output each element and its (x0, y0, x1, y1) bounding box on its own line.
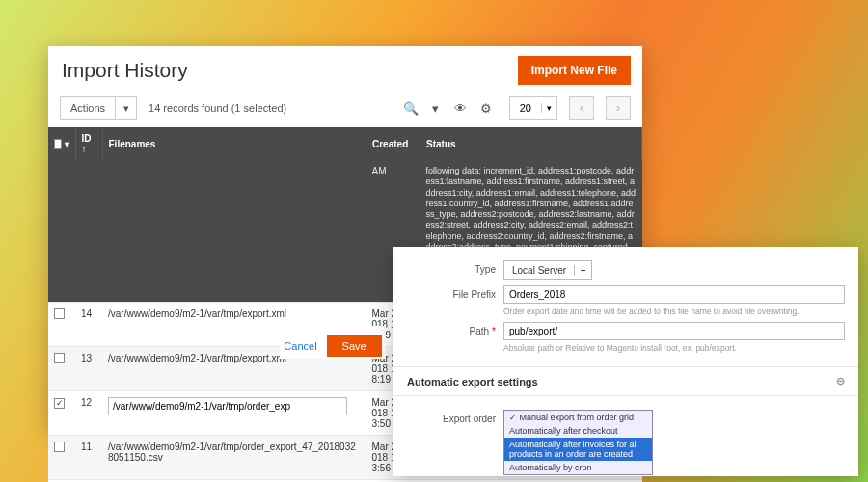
export-order-label: Export order (407, 410, 503, 424)
row-checkbox[interactable] (54, 308, 65, 319)
page-size-select[interactable]: 20▾ (509, 96, 557, 120)
eye-icon[interactable]: 👁 (451, 98, 471, 118)
type-dropdown[interactable]: Local Server+ (503, 260, 592, 280)
select-option[interactable]: Automatically by cron (504, 461, 652, 474)
plus-icon: + (574, 265, 591, 276)
save-button[interactable]: Save (327, 335, 382, 357)
type-label: Type (407, 260, 503, 275)
col-select-all[interactable]: ▾ (48, 127, 75, 160)
search-icon[interactable]: 🔍 (401, 98, 420, 118)
chevron-down-icon: ▾ (115, 97, 136, 119)
row-checkbox[interactable] (54, 353, 65, 363)
filter-icon[interactable]: ▾ (426, 98, 446, 118)
select-option[interactable]: Automatically after checkout (504, 424, 652, 438)
col-created[interactable]: Created (366, 127, 420, 160)
gear-icon[interactable]: ⚙ (476, 98, 496, 118)
cancel-button[interactable]: Cancel (284, 335, 316, 357)
pager-prev-button[interactable]: ‹ (569, 96, 594, 120)
export-order-select[interactable]: Manual export from order grid Automatica… (503, 410, 653, 475)
col-id[interactable]: ID ↑ (75, 127, 102, 160)
pager-next-button[interactable]: › (606, 96, 631, 120)
row-checkbox[interactable] (54, 398, 65, 409)
select-option[interactable]: Automatically after invoices for all pro… (504, 438, 652, 461)
select-option[interactable]: Manual export from order grid (504, 411, 652, 424)
actions-dropdown[interactable]: Actions ▾ (60, 96, 137, 120)
path-input[interactable] (503, 322, 845, 340)
filename-input[interactable] (108, 397, 347, 415)
inline-edit-actions: Cancel Save (280, 326, 386, 359)
records-found-label: 14 records found (1 selected) (149, 102, 286, 114)
row-checkbox[interactable] (54, 442, 65, 452)
section-auto-export[interactable]: Automatic export settings ⊝ (393, 367, 858, 396)
file-prefix-input[interactable] (503, 285, 845, 304)
export-settings-panel: Type Local Server+ File Prefix Order exp… (393, 247, 858, 476)
collapse-icon: ⊝ (836, 375, 845, 388)
col-filenames[interactable]: Filenames (102, 127, 366, 160)
file-prefix-label: File Prefix (407, 285, 503, 300)
path-label: Path* (407, 322, 503, 336)
col-status[interactable]: Status (420, 127, 642, 160)
import-new-file-button[interactable]: Import New File (518, 56, 631, 85)
file-prefix-hint: Order export date and time will be added… (503, 307, 845, 316)
grid-toolbar: Actions ▾ 14 records found (1 selected) … (48, 93, 642, 127)
path-hint: Absolute path or Relative to Magento ins… (503, 343, 845, 353)
page-title: Import History (62, 59, 188, 82)
